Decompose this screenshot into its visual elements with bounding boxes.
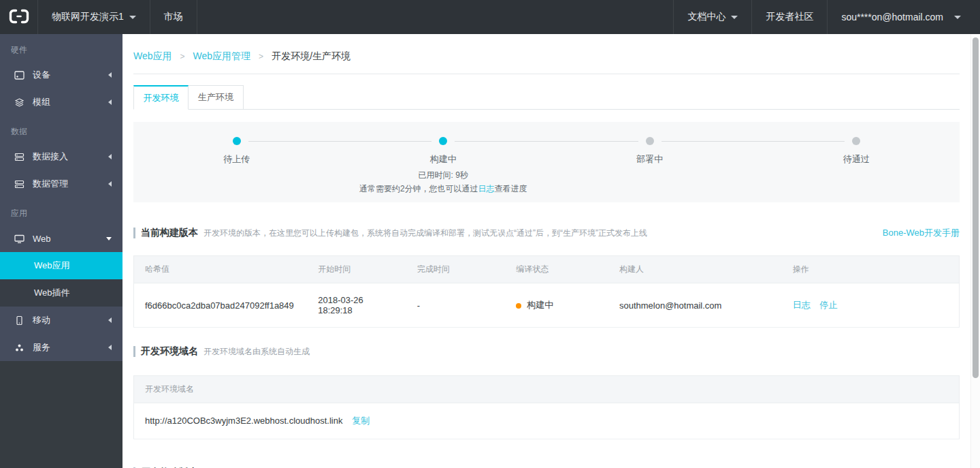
tab-prod-env[interactable]: 生产环境 (189, 85, 244, 110)
sidebar-item-label: 设备 (33, 69, 50, 81)
scrollbar-thumb[interactable] (973, 37, 979, 378)
col-dev-domain: 开发环境域名 (134, 376, 960, 403)
sidebar-section-data: 数据 (0, 116, 122, 143)
sidebar-item-device[interactable]: 设备 (0, 61, 122, 89)
stop-action-link[interactable]: 停止 (819, 300, 837, 310)
sidebar-subitem-label: Web插件 (34, 287, 70, 299)
service-icon (14, 342, 24, 353)
sidebar-item-label: 模组 (33, 96, 50, 108)
step-label: 待上传 (133, 153, 340, 166)
account-menu[interactable]: sou****on@hotmail.com (827, 0, 980, 34)
sidebar-item-web[interactable]: Web (0, 225, 122, 252)
device-icon (14, 69, 24, 80)
main-content: Web应用 > Web应用管理 > 开发环境/生产环境 开发环境 生产环境 待上… (122, 34, 980, 468)
cell-actions: 日志 停止 (782, 283, 960, 328)
bone-web-manual-link[interactable]: Bone-Web开发手册 (883, 227, 960, 239)
chevron-down-icon (731, 16, 738, 19)
docs-menu[interactable]: 文档中心 (673, 0, 751, 34)
breadcrumb-divider (133, 74, 960, 74)
sidebar-item-data-manage[interactable]: 数据管理 (0, 170, 122, 198)
col-start-time: 开始时间 (307, 256, 406, 283)
chevron-collapsed-icon (108, 99, 112, 105)
breadcrumb: Web应用 > Web应用管理 > 开发环境/生产环境 (133, 34, 960, 63)
col-compile-status: 编译状态 (505, 256, 608, 283)
logo[interactable] (0, 0, 38, 34)
breadcrumb-web-app[interactable]: Web应用 (133, 50, 172, 63)
scrollbar-track[interactable] (970, 34, 980, 468)
table-header-row: 哈希值 开始时间 完成时间 编译状态 构建人 操作 (134, 256, 960, 283)
dev-domain-section-head: 开发环境域名 开发环境域名由系统自动生成 (133, 345, 960, 358)
sidebar-item-label: 服务 (33, 341, 50, 354)
hint-text: 通常需要约2分钟，您也可以通过 (359, 184, 478, 193)
cell-builder: southmelon@hotmail.com (608, 283, 782, 328)
community-menu[interactable]: 开发者社区 (751, 0, 827, 34)
account-email: sou****on@hotmail.com (841, 12, 943, 22)
sidebar-item-web-plugin[interactable]: Web插件 (0, 279, 122, 307)
cell-domain-url: http://a120COBc3wyjm3E2.webhost.cloudhos… (134, 403, 960, 439)
section-bar (133, 228, 135, 238)
sidebar-item-label: 移动 (33, 314, 50, 326)
sidebar: 硬件 设备 模组 数据 数据接入 数据管理 (0, 34, 122, 468)
sidebar-item-web-app[interactable]: Web应用 (0, 252, 122, 279)
breadcrumb-current: 开发环境/生产环境 (272, 50, 350, 63)
col-builder: 构建人 (608, 256, 782, 283)
chevron-collapsed-icon (108, 317, 112, 323)
chevron-collapsed-icon (108, 345, 112, 350)
section-bar (133, 346, 135, 357)
sidebar-item-service[interactable]: 服务 (0, 334, 122, 361)
env-tabs: 开发环境 生产环境 (133, 85, 960, 110)
topbar-spacer (197, 0, 674, 34)
chevron-down-icon (129, 16, 136, 19)
sidebar-item-module[interactable]: 模组 (0, 89, 122, 116)
sidebar-item-label: 数据接入 (33, 151, 68, 163)
mobile-icon (14, 315, 24, 326)
dev-domain-desc: 开发环境域名由系统自动生成 (203, 346, 310, 358)
step-dot-pending (646, 137, 654, 145)
build-progress-panel: 待上传 构建中 部署中 待通过 已用时间: 9秒 通常需要约2分钟，您也可以通过… (133, 122, 960, 202)
data-access-icon (14, 151, 24, 162)
log-action-link[interactable]: 日志 (793, 300, 811, 310)
table-row: http://a120COBc3wyjm3E2.webhost.cloudhos… (134, 403, 960, 439)
current-build-desc: 开发环境的版本，在这里您可以上传构建包，系统将自动完成编译和部署，测试无误点“通… (203, 228, 647, 239)
module-icon (14, 97, 24, 108)
step-dot-active (439, 137, 447, 145)
cloud-brackets-logo-icon (9, 9, 29, 26)
cell-status: 构建中 (505, 283, 608, 328)
cell-finish-time: - (406, 283, 506, 328)
step-label: 部署中 (546, 153, 753, 166)
project-menu[interactable]: 物联网开发演示1 (38, 0, 150, 34)
hint-text: 查看进度 (495, 184, 527, 193)
step-label: 构建中 (340, 153, 547, 166)
topbar: 物联网开发演示1 市场 文档中心 开发者社区 sou****on@hotmail… (0, 0, 980, 34)
sidebar-item-mobile[interactable]: 移动 (0, 307, 122, 334)
breadcrumb-separator: > (180, 52, 185, 61)
copy-link[interactable]: 复制 (352, 416, 370, 426)
log-link[interactable]: 日志 (478, 184, 495, 193)
step-dot-done (233, 137, 241, 145)
build-progress-info: 已用时间: 9秒 通常需要约2分钟，您也可以通过日志查看进度 (340, 168, 547, 196)
sidebar-section-app: 应用 (0, 198, 122, 225)
domain-url: http://a120COBc3wyjm3E2.webhost.cloudhos… (145, 416, 343, 426)
project-menu-label: 物联网开发演示1 (52, 11, 124, 23)
breadcrumb-web-app-manage[interactable]: Web应用管理 (193, 50, 251, 63)
sidebar-item-label: Web (33, 234, 51, 244)
current-build-section-head: 当前构建版本 开发环境的版本，在这里您可以上传构建包，系统将自动完成编译和部署，… (133, 227, 960, 239)
sidebar-filler (0, 361, 122, 468)
dev-domain-title: 开发环境域名 (141, 345, 198, 358)
tab-dev-env[interactable]: 开发环境 (133, 85, 189, 110)
market-menu[interactable]: 市场 (150, 0, 197, 34)
status-dot-icon (516, 303, 521, 309)
sidebar-item-data-access[interactable]: 数据接入 (0, 143, 122, 170)
dev-domain-table: 开发环境域名 http://a120COBc3wyjm3E2.webhost.c… (133, 375, 960, 439)
current-build-table: 哈希值 开始时间 完成时间 编译状态 构建人 操作 f6d66bc0ca2dba… (133, 255, 960, 328)
sidebar-section-hardware: 硬件 (0, 34, 122, 61)
status-badge: 构建中 (527, 300, 553, 310)
current-build-title: 当前构建版本 (141, 227, 198, 239)
data-manage-icon (14, 178, 24, 189)
progress-hint: 通常需要约2分钟，您也可以通过日志查看进度 (340, 182, 547, 196)
col-actions: 操作 (782, 256, 960, 283)
community-label: 开发者社区 (766, 11, 813, 23)
chevron-collapsed-icon (108, 72, 112, 78)
chevron-expanded-icon (106, 237, 112, 240)
step-pending-pass: 待通过 (753, 137, 960, 166)
